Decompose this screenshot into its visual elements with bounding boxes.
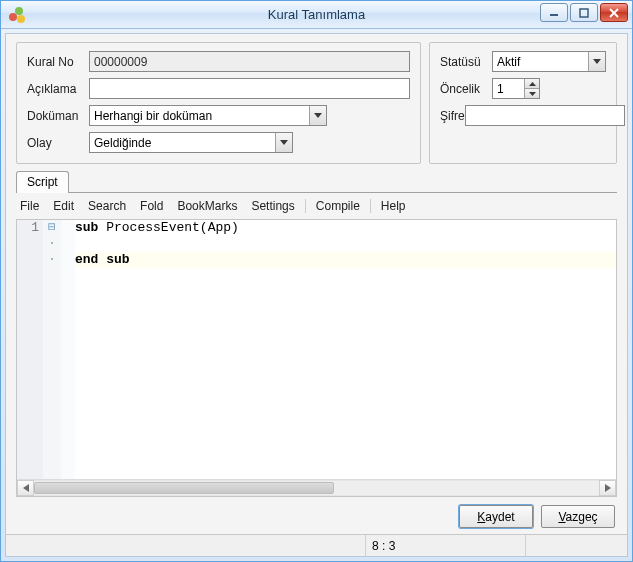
titlebar: Kural Tanımlama xyxy=(1,1,632,29)
status-select[interactable]: Aktif xyxy=(492,51,606,72)
status-cell-rest xyxy=(526,535,627,556)
cancel-label-rest: azgeç xyxy=(566,510,598,524)
chevron-down-icon xyxy=(588,52,605,71)
svg-marker-5 xyxy=(280,140,288,145)
code-area[interactable]: sub ProcessEvent(App) end sub xyxy=(75,220,616,479)
code-blank-line xyxy=(75,236,616,252)
save-button[interactable]: Kaydet xyxy=(459,505,533,528)
minimize-icon xyxy=(549,8,559,18)
window-frame: Kural Tanımlama Kural No Açıklama xyxy=(0,0,633,562)
menu-settings[interactable]: Settings xyxy=(251,199,294,213)
menu-file[interactable]: File xyxy=(20,199,39,213)
editor: 1 ⊟ · · sub ProcessEvent(App) xyxy=(16,219,617,497)
gutter-margin xyxy=(61,220,75,479)
sifre-field[interactable] xyxy=(465,105,625,126)
scroll-thumb[interactable] xyxy=(34,482,334,494)
status-value: Aktif xyxy=(493,52,588,71)
line-number: 1 xyxy=(17,220,39,236)
menu-edit[interactable]: Edit xyxy=(53,199,74,213)
oncelik-stepper[interactable]: 1 xyxy=(492,78,540,99)
statusbar: 8 : 3 xyxy=(6,534,627,556)
menu-bookmarks[interactable]: BookMarks xyxy=(177,199,237,213)
window-controls xyxy=(540,3,628,22)
scroll-left-icon[interactable] xyxy=(17,480,34,496)
right-fieldset: Statüsü Aktif Öncelik 1 xyxy=(429,42,617,164)
dokuman-value: Herhangi bir doküman xyxy=(90,106,309,125)
scroll-right-icon[interactable] xyxy=(599,480,616,496)
olay-label: Olay xyxy=(27,136,89,150)
svg-marker-8 xyxy=(529,92,536,96)
horizontal-scrollbar[interactable] xyxy=(17,479,616,496)
chevron-down-icon xyxy=(275,133,292,152)
spin-down-icon[interactable] xyxy=(524,88,539,98)
fold-dot-icon: · xyxy=(43,252,61,268)
svg-marker-10 xyxy=(605,484,611,492)
svg-marker-6 xyxy=(593,59,601,64)
oncelik-value: 1 xyxy=(493,79,524,98)
aciklama-label: Açıklama xyxy=(27,82,89,96)
save-label-rest: aydet xyxy=(485,510,514,524)
client-area: Kural No Açıklama Doküman Herhangi bir d… xyxy=(5,33,628,557)
action-row: Kaydet Vazgeç xyxy=(6,497,627,534)
svg-marker-7 xyxy=(529,82,536,86)
close-button[interactable] xyxy=(600,3,628,22)
app-icon xyxy=(9,7,25,23)
window-title: Kural Tanımlama xyxy=(1,7,632,22)
tab-script-label: Script xyxy=(27,175,58,189)
olay-value: Geldiğinde xyxy=(90,133,275,152)
status-label: Statüsü xyxy=(440,55,492,69)
minimize-button[interactable] xyxy=(540,3,568,22)
svg-rect-1 xyxy=(580,9,588,17)
code-keyword: sub xyxy=(75,220,106,235)
kural-no-label: Kural No xyxy=(27,55,89,69)
menu-separator xyxy=(370,199,371,213)
menu-fold[interactable]: Fold xyxy=(140,199,163,213)
dokuman-select[interactable]: Herhangi bir doküman xyxy=(89,105,327,126)
chevron-down-icon xyxy=(309,106,326,125)
fold-minus-icon[interactable]: ⊟ xyxy=(43,220,61,236)
maximize-button[interactable] xyxy=(570,3,598,22)
fold-dot-icon: · xyxy=(43,236,61,252)
olay-select[interactable]: Geldiğinde xyxy=(89,132,293,153)
cancel-button[interactable]: Vazgeç xyxy=(541,505,615,528)
tabs-area: Script xyxy=(6,170,627,193)
menu-help[interactable]: Help xyxy=(381,199,406,213)
menu-compile[interactable]: Compile xyxy=(316,199,360,213)
gutter-linenumbers: 1 xyxy=(17,220,43,479)
tab-script[interactable]: Script xyxy=(16,171,69,193)
sifre-label: Şifre xyxy=(440,109,465,123)
left-fieldset: Kural No Açıklama Doküman Herhangi bir d… xyxy=(16,42,421,164)
top-form-row: Kural No Açıklama Doküman Herhangi bir d… xyxy=(6,34,627,170)
code-keyword: end sub xyxy=(75,252,130,267)
close-icon xyxy=(609,8,619,18)
cancel-mnemonic: V xyxy=(558,510,565,524)
kural-no-field[interactable] xyxy=(89,51,410,72)
svg-marker-9 xyxy=(23,484,29,492)
aciklama-field[interactable] xyxy=(89,78,410,99)
svg-marker-4 xyxy=(314,113,322,118)
dokuman-label: Doküman xyxy=(27,109,89,123)
status-cursor-position: 8 : 3 xyxy=(366,535,526,556)
editor-body[interactable]: 1 ⊟ · · sub ProcessEvent(App) xyxy=(17,220,616,479)
editor-menu: File Edit Search Fold BookMarks Settings… xyxy=(6,193,627,219)
menu-separator xyxy=(305,199,306,213)
oncelik-label: Öncelik xyxy=(440,82,492,96)
spin-up-icon[interactable] xyxy=(524,79,539,88)
menu-search[interactable]: Search xyxy=(88,199,126,213)
scroll-track[interactable] xyxy=(34,480,599,496)
code-text: ProcessEvent(App) xyxy=(106,220,239,235)
tabs-bar: Script xyxy=(16,170,617,192)
maximize-icon xyxy=(579,8,589,18)
status-cell-empty xyxy=(6,535,366,556)
gutter-fold: ⊟ · · xyxy=(43,220,61,479)
